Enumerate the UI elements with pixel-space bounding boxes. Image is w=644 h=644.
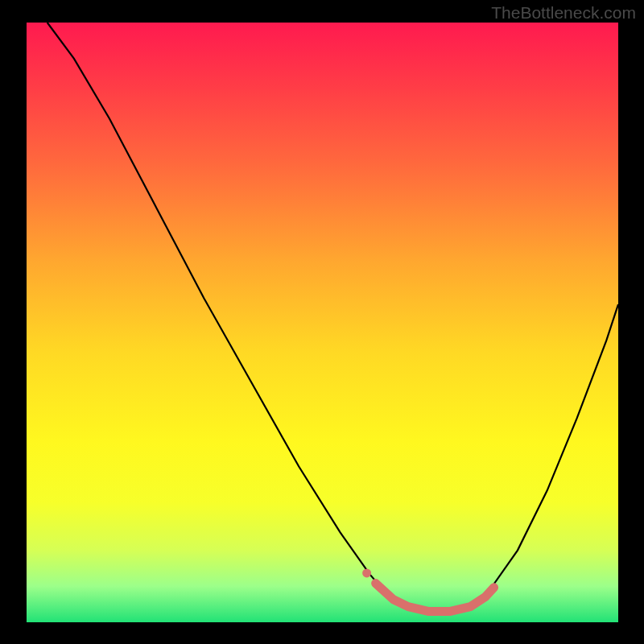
bottleneck-chart [0, 0, 644, 644]
highlight-dot [362, 568, 371, 577]
chart-frame: TheBottleneck.com [0, 0, 644, 644]
watermark-text: TheBottleneck.com [491, 3, 636, 23]
gradient-background [27, 23, 618, 622]
